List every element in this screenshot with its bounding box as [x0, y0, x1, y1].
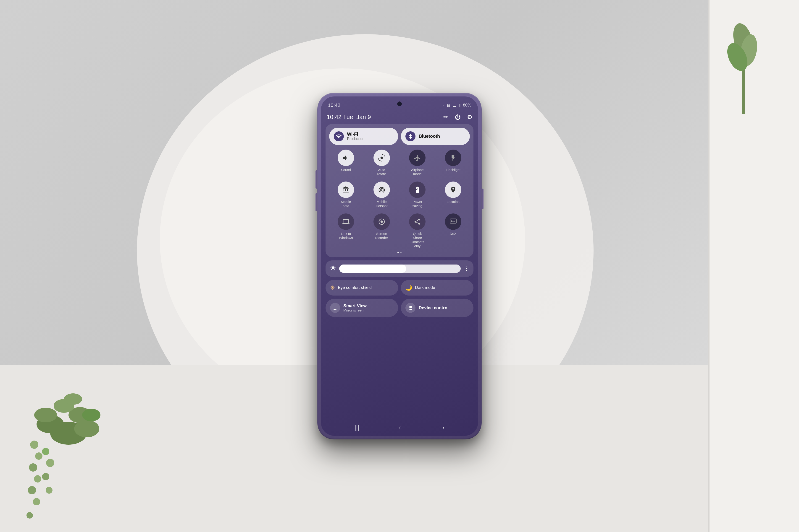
sound-tile[interactable]: Sound: [329, 148, 363, 178]
brightness-more-icon[interactable]: ⋮: [464, 266, 469, 271]
dark-mode-label: Dark mode: [415, 285, 435, 290]
brightness-slider[interactable]: [339, 265, 461, 273]
svg-point-10: [82, 408, 101, 421]
bluetooth-tile-icon: [405, 131, 416, 141]
bluetooth-title: Bluetooth: [419, 134, 440, 139]
wifi-status-icon: ☰: [453, 103, 456, 108]
quick-share-label: Quick ShareContacts only: [408, 232, 426, 248]
svg-rect-4: [708, 0, 709, 532]
panel-header: 10:42 Tue, Jan 9 ✏ ⏻ ⚙: [326, 111, 473, 124]
auto-rotate-label: Autorotate: [377, 168, 386, 176]
smart-view-title: Smart View: [343, 303, 367, 308]
auto-rotate-icon-circle: [374, 150, 390, 166]
svg-point-19: [26, 512, 33, 518]
page-dots: [329, 252, 470, 253]
power-saving-tile[interactable]: Powersaving: [401, 180, 434, 210]
top-tiles: Wi-Fi Production Bluetooth: [329, 128, 470, 145]
svg-point-8: [74, 420, 99, 437]
panel-header-icons: ✏ ⏻ ⚙: [443, 114, 472, 121]
status-time: 10:42: [328, 102, 340, 108]
power-button[interactable]: [482, 189, 484, 209]
dark-mode-tile[interactable]: 🌙 Dark mode: [401, 280, 473, 296]
device-control-title: Device control: [419, 305, 449, 310]
link-windows-icon-circle: [338, 213, 354, 230]
svg-point-23: [46, 487, 53, 494]
nav-back-icon[interactable]: ‹: [442, 424, 444, 432]
bluetooth-tile[interactable]: Bluetooth: [401, 128, 470, 145]
link-windows-label: Link toWindows: [339, 232, 353, 240]
airplane-icon-circle: [409, 150, 425, 166]
phone-screen: 10:42 ◦ ▦ ☰ Ⅱ 80% 10:42 Tue, Jan 9 ✏ ⏻: [321, 96, 478, 436]
quick-settings-card: Wi-Fi Production Bluetooth: [326, 124, 473, 257]
page-dot-1: [397, 252, 399, 253]
link-windows-tile[interactable]: Link toWindows: [329, 212, 363, 250]
location-icon-circle: [445, 182, 461, 198]
smart-view-text: Smart View Mirror screen: [343, 303, 367, 312]
volume-up-button[interactable]: [315, 170, 317, 189]
nav-recents-icon[interactable]: |||: [355, 424, 360, 432]
auto-rotate-tile[interactable]: Autorotate: [365, 148, 399, 178]
wifi-title: Wi-Fi: [347, 132, 365, 137]
smart-view-tile[interactable]: Smart View Mirror screen: [326, 299, 398, 317]
panel-datetime: 10:42 Tue, Jan 9: [327, 114, 371, 121]
battery-status: 80%: [463, 103, 471, 108]
mobile-data-label: Mobiledata: [341, 200, 351, 208]
svg-text:DeX: DeX: [451, 220, 455, 222]
svg-point-16: [34, 475, 41, 482]
quick-share-tile[interactable]: Quick ShareContacts only: [401, 212, 434, 250]
eye-comfort-label: Eye comfort shield: [338, 285, 371, 290]
bottom-row: Smart View Mirror screen Device control: [326, 299, 473, 317]
signal-status-icon: ▦: [447, 103, 450, 108]
power-saving-icon-circle: [409, 182, 425, 198]
wifi-subtitle: Production: [347, 137, 365, 141]
svg-point-29: [380, 220, 383, 223]
eye-comfort-icon: ☀: [330, 285, 335, 291]
dex-icon-circle: DeX: [445, 213, 461, 230]
svg-point-17: [28, 486, 36, 494]
hotspot-label: MobileHotspot: [376, 200, 388, 208]
screen-recorder-icon-circle: [374, 213, 390, 230]
settings-icon[interactable]: ⚙: [467, 114, 472, 121]
status-icons: ◦ ▦ ☰ Ⅱ 80%: [443, 103, 471, 108]
brightness-card: ⋮: [326, 261, 473, 277]
page-dot-2: [400, 252, 402, 253]
nav-bar: ||| ○ ‹: [321, 420, 478, 436]
device-control-icon: [405, 303, 416, 313]
camera-hole: [397, 101, 402, 106]
power-saving-label: Powersaving: [413, 200, 422, 208]
wifi-tile[interactable]: Wi-Fi Production: [329, 128, 398, 145]
eye-comfort-tile[interactable]: ☀ Eye comfort shield: [326, 280, 398, 296]
hotspot-tile[interactable]: MobileHotspot: [365, 180, 399, 210]
location-label: Location: [447, 200, 459, 204]
dex-label: DeX: [450, 232, 456, 236]
signal-bars-icon: Ⅱ: [459, 103, 461, 108]
sound-label: Sound: [341, 168, 351, 172]
nav-home-icon[interactable]: ○: [399, 424, 403, 432]
brightness-fill: [339, 265, 406, 273]
device-control-tile[interactable]: Device control: [401, 299, 473, 317]
sound-icon-circle: [338, 150, 354, 166]
device-control-text: Device control: [419, 305, 449, 310]
dark-mode-icon: 🌙: [405, 285, 412, 291]
screen-recorder-tile[interactable]: Screenrecorder: [365, 212, 399, 250]
smart-view-icon: [330, 303, 340, 313]
mobile-data-tile[interactable]: Mobiledata: [329, 180, 363, 210]
svg-point-12: [64, 393, 82, 405]
edit-icon[interactable]: ✏: [443, 114, 448, 121]
brightness-icon: [330, 265, 336, 272]
dex-tile[interactable]: DeX DeX: [436, 212, 470, 250]
icon-grid-row1: Sound Autorotate: [329, 148, 470, 178]
volume-down-button[interactable]: [315, 193, 317, 211]
flashlight-tile[interactable]: Flashlight: [436, 148, 470, 178]
comfort-row: ☀ Eye comfort shield 🌙 Dark mode: [326, 280, 473, 296]
screen-recorder-label: Screenrecorder: [375, 232, 388, 240]
svg-point-22: [42, 473, 49, 480]
power-icon[interactable]: ⏻: [455, 114, 461, 121]
airplane-tile[interactable]: Airplanemode: [401, 148, 434, 178]
bluetooth-tile-text: Bluetooth: [419, 134, 440, 139]
panel-content: 10:42 Tue, Jan 9 ✏ ⏻ ⚙: [321, 109, 478, 436]
smart-view-subtitle: Mirror screen: [343, 308, 367, 312]
svg-rect-3: [708, 0, 799, 532]
mobile-data-icon-circle: [338, 182, 354, 198]
location-tile[interactable]: Location: [436, 180, 470, 210]
